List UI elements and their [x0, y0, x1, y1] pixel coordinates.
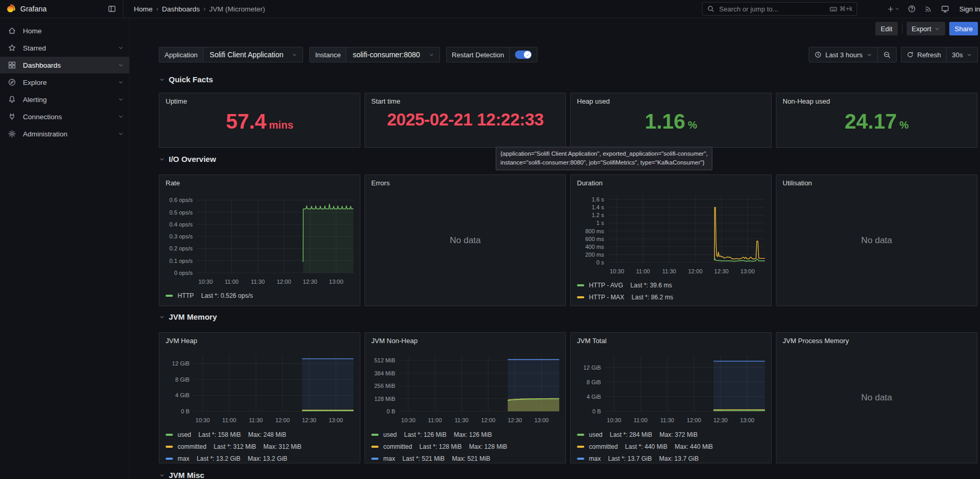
sidebar-item-label: Explore	[23, 79, 47, 86]
svg-text:12:00: 12:00	[275, 417, 290, 423]
series-last-value: Last *: 0.526 ops/s	[201, 292, 253, 299]
home-icon	[8, 27, 16, 35]
panel-title[interactable]: Rate	[166, 179, 180, 187]
svg-text:0 s: 0 s	[596, 259, 604, 266]
search-box[interactable]: ⌘+k	[702, 2, 857, 16]
jvm-total-chart[interactable]: 0 B4 GiB8 GiB12 GiB10:3011:0011:3012:001…	[571, 333, 771, 463]
variables-row: ApplicationSolifi Client ApplicationInst…	[159, 47, 537, 62]
legend-item-http-avg[interactable]: HTTP - AVGLast *: 39.6 ms	[577, 279, 768, 291]
search-shortcut: ⌘+k	[830, 5, 852, 13]
help-icon[interactable]	[905, 2, 919, 16]
section-jvm-misc[interactable]: JVM Misc	[159, 471, 204, 479]
chevron-down-icon[interactable]	[118, 96, 124, 103]
keyboard-icon	[830, 5, 837, 13]
sidebar-item-administration[interactable]: Administration	[0, 125, 129, 142]
refresh-interval-select[interactable]: 30s	[946, 47, 977, 62]
panel-title[interactable]: JVM Non-Heap	[371, 337, 418, 345]
panel-title[interactable]: JVM Process Memory	[783, 337, 849, 345]
svg-text:13:00: 13:00	[740, 417, 755, 423]
series-last-value: Last *: 128 MiB	[419, 443, 461, 450]
legend-item-max[interactable]: maxLast *: 521 MiBMax: 521 MiB	[371, 452, 562, 464]
panel-title[interactable]: Utilisation	[783, 179, 812, 187]
duration-chart[interactable]: 0 s200 ms400 ms600 ms800 ms1 s1.2 s1.4 s…	[571, 175, 771, 306]
chevron-down-icon[interactable]	[118, 79, 124, 85]
chevron-down-icon[interactable]	[118, 45, 124, 51]
svg-text:10:30: 10:30	[198, 279, 213, 285]
chevron-down-icon[interactable]	[118, 62, 124, 68]
legend-item-max[interactable]: maxLast *: 13.2 GiBMax: 13.2 GiB	[166, 452, 357, 464]
svg-text:12:00: 12:00	[688, 268, 702, 274]
series-last-value: Last *: 284 MiB	[610, 431, 652, 438]
news-icon[interactable]	[922, 2, 935, 16]
series-max-value: Max: 312 MiB	[263, 443, 301, 450]
legend-item-max[interactable]: maxLast *: 13.7 GiBMax: 13.7 GiB	[577, 452, 768, 464]
export-button[interactable]: Export	[907, 22, 946, 35]
chevron-down-icon[interactable]	[118, 114, 124, 120]
series-max-value: Max: 372 MiB	[659, 431, 697, 438]
section-quick-facts[interactable]: Quick Facts	[159, 75, 213, 84]
panel-title[interactable]: Start time	[371, 97, 400, 105]
sidebar-item-label: Dashboards	[23, 61, 61, 69]
refresh-button[interactable]: Refresh	[901, 47, 947, 62]
series-name: committed	[589, 443, 618, 450]
star-icon	[8, 44, 16, 52]
series-max-value: Max: 128 MiB	[469, 443, 507, 450]
edit-button[interactable]: Edit	[875, 22, 897, 35]
legend-item-used[interactable]: usedLast *: 158 MiBMax: 248 MiB	[166, 428, 357, 440]
dock-menu-icon[interactable]	[105, 2, 119, 16]
svg-text:256 MiB: 256 MiB	[374, 383, 395, 389]
rate-chart[interactable]: 0 ops/s0.1 ops/s0.2 ops/s0.3 ops/s0.4 op…	[159, 175, 360, 306]
sidebar-item-alerting[interactable]: Alerting	[0, 91, 129, 108]
breadcrumb-item[interactable]: Dashboards	[162, 5, 200, 13]
panel-title[interactable]: JVM Total	[577, 337, 607, 345]
svg-text:0 ops/s: 0 ops/s	[174, 270, 193, 276]
variable-value-select[interactable]: solifi-consumer:8080	[346, 47, 439, 62]
legend-item-used[interactable]: usedLast *: 126 MiBMax: 126 MiB	[371, 428, 562, 440]
legend-item-committed[interactable]: committedLast *: 128 MiBMax: 128 MiB	[371, 440, 562, 452]
svg-text:13:00: 13:00	[329, 417, 343, 423]
stat-value: 24.17%	[776, 111, 977, 143]
series-last-value: Last *: 158 MiB	[198, 431, 241, 438]
section-jvm-memory[interactable]: JVM Memory	[159, 312, 217, 321]
top-nav: Grafana Home›Dashboards›JVM (Micrometer)…	[0, 0, 980, 18]
panel-errors: Errors No data	[365, 174, 566, 306]
svg-text:10:30: 10:30	[610, 268, 624, 274]
panel-title[interactable]: Non-Heap used	[783, 97, 830, 105]
sidebar-item-dashboards[interactable]: Dashboards	[0, 57, 129, 73]
chevron-down-icon[interactable]	[118, 131, 124, 137]
svg-text:1 s: 1 s	[596, 220, 604, 226]
new-menu-button[interactable]	[884, 2, 902, 16]
search-input[interactable]	[718, 5, 826, 14]
series-color-swatch	[577, 284, 584, 286]
legend-item-committed[interactable]: committedLast *: 312 MiBMax: 312 MiB	[166, 440, 357, 452]
share-button[interactable]: Share	[949, 22, 978, 35]
panel-title[interactable]: Uptime	[166, 97, 187, 105]
sidebar-item-connections[interactable]: Connections	[0, 108, 129, 125]
sidebar-item-explore[interactable]: Explore	[0, 74, 129, 91]
legend-item-http-max[interactable]: HTTP - MAXLast *: 86.2 ms	[577, 291, 768, 303]
section-io-overview[interactable]: I/O Overview	[159, 155, 216, 163]
restart-detection-toggle[interactable]	[510, 47, 537, 62]
zoom-out-button[interactable]	[877, 47, 896, 62]
panel-title[interactable]: Errors	[371, 179, 390, 187]
jvm-heap-chart[interactable]: 0 B4 GiB8 GiB12 GiB10:3011:0011:3012:001…	[159, 333, 360, 463]
jvm-nonheap-chart[interactable]: 0 B128 MiB256 MiB384 MiB512 MiB10:3011:0…	[365, 333, 566, 463]
panel-title[interactable]: Duration	[577, 179, 602, 187]
variable-value-select[interactable]: Solifi Client Application	[204, 47, 303, 62]
legend-item-used[interactable]: usedLast *: 284 MiBMax: 372 MiB	[577, 428, 768, 440]
sidebar-item-starred[interactable]: Starred	[0, 40, 129, 56]
time-range-picker[interactable]: Last 3 hours	[809, 47, 877, 62]
panel-duration: Duration 0 s200 ms400 ms600 ms800 ms1 s1…	[570, 174, 772, 306]
grafana-logo[interactable]	[5, 4, 16, 14]
breadcrumb-item[interactable]: Home	[134, 5, 153, 13]
kiosk-mode-icon[interactable]	[938, 2, 952, 16]
svg-text:10:30: 10:30	[607, 417, 621, 423]
panel-title[interactable]: Heap used	[577, 97, 610, 105]
panel-title[interactable]: JVM Heap	[166, 337, 197, 345]
legend-item-committed[interactable]: committedLast *: 440 MiBMax: 440 MiB	[577, 440, 768, 452]
series-name: used	[589, 431, 602, 438]
series-last-value: Last *: 440 MiB	[625, 443, 667, 450]
sign-in-link[interactable]: Sign in	[959, 5, 980, 13]
sidebar-item-home[interactable]: Home	[0, 22, 129, 39]
legend-item-http[interactable]: HTTPLast *: 0.526 ops/s	[166, 289, 357, 301]
